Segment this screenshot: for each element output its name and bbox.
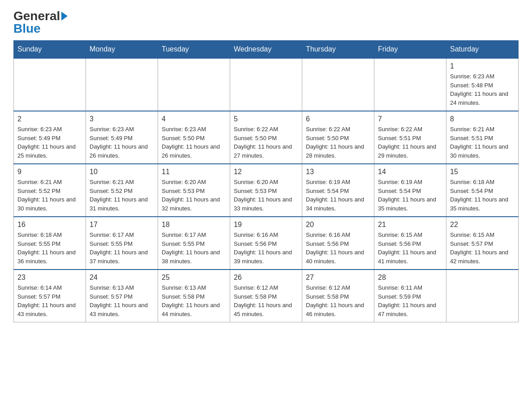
calendar-week-row: 2Sunrise: 6:23 AM Sunset: 5:49 PM Daylig… — [14, 111, 519, 164]
day-info: Sunrise: 6:23 AM Sunset: 5:49 PM Dayligh… — [90, 125, 154, 160]
calendar-header-saturday: Saturday — [446, 41, 519, 59]
calendar-cell: 13Sunrise: 6:19 AM Sunset: 5:54 PM Dayli… — [302, 164, 374, 217]
calendar-cell: 23Sunrise: 6:14 AM Sunset: 5:57 PM Dayli… — [14, 270, 86, 322]
day-number: 23 — [17, 274, 82, 282]
day-number: 28 — [378, 274, 442, 282]
calendar-cell: 3Sunrise: 6:23 AM Sunset: 5:49 PM Daylig… — [86, 111, 158, 164]
day-info: Sunrise: 6:17 AM Sunset: 5:55 PM Dayligh… — [90, 231, 154, 265]
day-number: 6 — [306, 115, 370, 123]
calendar-cell — [302, 58, 374, 111]
calendar-table: SundayMondayTuesdayWednesdayThursdayFrid… — [13, 40, 519, 322]
calendar-cell: 21Sunrise: 6:15 AM Sunset: 5:56 PM Dayli… — [374, 217, 446, 270]
day-info: Sunrise: 6:19 AM Sunset: 5:54 PM Dayligh… — [378, 178, 442, 213]
calendar-week-row: 1Sunrise: 6:23 AM Sunset: 5:48 PM Daylig… — [14, 58, 519, 111]
day-info: Sunrise: 6:21 AM Sunset: 5:51 PM Dayligh… — [450, 125, 515, 160]
day-info: Sunrise: 6:13 AM Sunset: 5:57 PM Dayligh… — [90, 283, 154, 318]
calendar-cell — [446, 270, 519, 322]
day-info: Sunrise: 6:22 AM Sunset: 5:51 PM Dayligh… — [378, 125, 442, 160]
day-number: 17 — [90, 221, 154, 229]
calendar-cell: 4Sunrise: 6:23 AM Sunset: 5:50 PM Daylig… — [158, 111, 230, 164]
day-number: 7 — [378, 115, 442, 123]
day-info: Sunrise: 6:12 AM Sunset: 5:58 PM Dayligh… — [234, 283, 298, 318]
day-info: Sunrise: 6:16 AM Sunset: 5:56 PM Dayligh… — [306, 231, 370, 265]
day-number: 20 — [306, 221, 370, 229]
calendar-cell: 28Sunrise: 6:11 AM Sunset: 5:59 PM Dayli… — [374, 270, 446, 322]
calendar-cell: 6Sunrise: 6:22 AM Sunset: 5:50 PM Daylig… — [302, 111, 374, 164]
page-header: General Blue — [13, 9, 519, 36]
calendar-cell: 22Sunrise: 6:15 AM Sunset: 5:57 PM Dayli… — [446, 217, 519, 270]
calendar-cell — [86, 58, 158, 111]
calendar-cell — [374, 58, 446, 111]
calendar-cell — [14, 58, 86, 111]
calendar-cell: 1Sunrise: 6:23 AM Sunset: 5:48 PM Daylig… — [446, 58, 519, 111]
day-number: 5 — [234, 115, 298, 123]
day-number: 15 — [450, 168, 515, 176]
day-number: 14 — [378, 168, 442, 176]
calendar-cell: 16Sunrise: 6:18 AM Sunset: 5:55 PM Dayli… — [14, 217, 86, 270]
calendar-week-row: 16Sunrise: 6:18 AM Sunset: 5:55 PM Dayli… — [14, 217, 519, 270]
calendar-cell: 26Sunrise: 6:12 AM Sunset: 5:58 PM Dayli… — [230, 270, 302, 322]
logo-blue-text: Blue — [13, 21, 41, 36]
day-info: Sunrise: 6:13 AM Sunset: 5:58 PM Dayligh… — [162, 283, 226, 318]
day-info: Sunrise: 6:23 AM Sunset: 5:50 PM Dayligh… — [162, 125, 226, 160]
day-info: Sunrise: 6:14 AM Sunset: 5:57 PM Dayligh… — [17, 283, 82, 318]
day-number: 4 — [162, 115, 226, 123]
day-info: Sunrise: 6:23 AM Sunset: 5:48 PM Dayligh… — [450, 72, 515, 107]
day-number: 9 — [17, 168, 82, 176]
calendar-header-thursday: Thursday — [302, 41, 374, 59]
day-number: 13 — [306, 168, 370, 176]
logo-arrow-icon — [61, 12, 68, 21]
day-info: Sunrise: 6:17 AM Sunset: 5:55 PM Dayligh… — [162, 231, 226, 265]
calendar-header-friday: Friday — [374, 41, 446, 59]
day-number: 25 — [162, 274, 226, 282]
calendar-cell: 17Sunrise: 6:17 AM Sunset: 5:55 PM Dayli… — [86, 217, 158, 270]
calendar-cell: 11Sunrise: 6:20 AM Sunset: 5:53 PM Dayli… — [158, 164, 230, 217]
calendar-header-monday: Monday — [86, 41, 158, 59]
calendar-cell: 15Sunrise: 6:18 AM Sunset: 5:54 PM Dayli… — [446, 164, 519, 217]
day-info: Sunrise: 6:20 AM Sunset: 5:53 PM Dayligh… — [162, 178, 226, 213]
calendar-header-sunday: Sunday — [14, 41, 86, 59]
calendar-cell: 27Sunrise: 6:12 AM Sunset: 5:58 PM Dayli… — [302, 270, 374, 322]
day-info: Sunrise: 6:21 AM Sunset: 5:52 PM Dayligh… — [90, 178, 154, 213]
day-number: 11 — [162, 168, 226, 176]
day-info: Sunrise: 6:18 AM Sunset: 5:55 PM Dayligh… — [17, 231, 82, 265]
day-info: Sunrise: 6:16 AM Sunset: 5:56 PM Dayligh… — [234, 231, 298, 265]
day-info: Sunrise: 6:15 AM Sunset: 5:56 PM Dayligh… — [378, 231, 442, 265]
calendar-cell: 24Sunrise: 6:13 AM Sunset: 5:57 PM Dayli… — [86, 270, 158, 322]
day-number: 19 — [234, 221, 298, 229]
calendar-cell: 7Sunrise: 6:22 AM Sunset: 5:51 PM Daylig… — [374, 111, 446, 164]
day-info: Sunrise: 6:22 AM Sunset: 5:50 PM Dayligh… — [306, 125, 370, 160]
calendar-cell: 8Sunrise: 6:21 AM Sunset: 5:51 PM Daylig… — [446, 111, 519, 164]
calendar-cell: 9Sunrise: 6:21 AM Sunset: 5:52 PM Daylig… — [14, 164, 86, 217]
day-info: Sunrise: 6:11 AM Sunset: 5:59 PM Dayligh… — [378, 283, 442, 318]
day-info: Sunrise: 6:23 AM Sunset: 5:49 PM Dayligh… — [17, 125, 82, 160]
calendar-header-row: SundayMondayTuesdayWednesdayThursdayFrid… — [14, 41, 519, 59]
calendar-cell: 12Sunrise: 6:20 AM Sunset: 5:53 PM Dayli… — [230, 164, 302, 217]
day-number: 27 — [306, 274, 370, 282]
day-number: 1 — [450, 62, 515, 70]
day-info: Sunrise: 6:19 AM Sunset: 5:54 PM Dayligh… — [306, 178, 370, 213]
calendar-cell: 2Sunrise: 6:23 AM Sunset: 5:49 PM Daylig… — [14, 111, 86, 164]
calendar-cell: 10Sunrise: 6:21 AM Sunset: 5:52 PM Dayli… — [86, 164, 158, 217]
calendar-cell: 20Sunrise: 6:16 AM Sunset: 5:56 PM Dayli… — [302, 217, 374, 270]
day-number: 26 — [234, 274, 298, 282]
day-info: Sunrise: 6:20 AM Sunset: 5:53 PM Dayligh… — [234, 178, 298, 213]
calendar-week-row: 23Sunrise: 6:14 AM Sunset: 5:57 PM Dayli… — [14, 270, 519, 322]
calendar-cell: 19Sunrise: 6:16 AM Sunset: 5:56 PM Dayli… — [230, 217, 302, 270]
day-number: 22 — [450, 221, 515, 229]
day-info: Sunrise: 6:12 AM Sunset: 5:58 PM Dayligh… — [306, 283, 370, 318]
calendar-cell — [230, 58, 302, 111]
day-number: 2 — [17, 115, 82, 123]
day-number: 10 — [90, 168, 154, 176]
day-number: 8 — [450, 115, 515, 123]
day-info: Sunrise: 6:21 AM Sunset: 5:52 PM Dayligh… — [17, 178, 82, 213]
day-number: 24 — [90, 274, 154, 282]
calendar-header-wednesday: Wednesday — [230, 41, 302, 59]
calendar-week-row: 9Sunrise: 6:21 AM Sunset: 5:52 PM Daylig… — [14, 164, 519, 217]
day-number: 21 — [378, 221, 442, 229]
calendar-cell: 14Sunrise: 6:19 AM Sunset: 5:54 PM Dayli… — [374, 164, 446, 217]
calendar-cell: 25Sunrise: 6:13 AM Sunset: 5:58 PM Dayli… — [158, 270, 230, 322]
day-number: 18 — [162, 221, 226, 229]
calendar-cell: 18Sunrise: 6:17 AM Sunset: 5:55 PM Dayli… — [158, 217, 230, 270]
day-info: Sunrise: 6:18 AM Sunset: 5:54 PM Dayligh… — [450, 178, 515, 213]
